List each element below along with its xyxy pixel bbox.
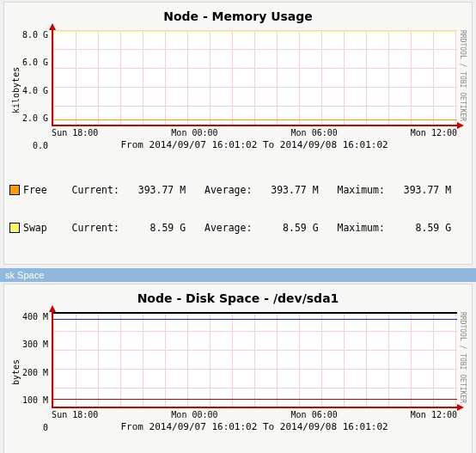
- stat-label: Maximum:: [337, 221, 384, 235]
- series-swap-line: [53, 31, 457, 32]
- swatch-icon: [9, 223, 20, 233]
- chart-title: Node - Disk Space - /dev/sda1: [9, 291, 467, 305]
- plot-region: [52, 30, 457, 126]
- legend: Free Current: 393.77 M Average: 393.77 M…: [9, 159, 467, 259]
- time-range: From 2014/09/07 16:01:02 To 2014/09/08 1…: [52, 139, 457, 150]
- chart-title: Node - Memory Usage: [9, 9, 467, 23]
- ytick: 2.0 G: [22, 113, 48, 123]
- legend-label: Swap: [23, 221, 47, 235]
- series-free-line: [53, 119, 457, 120]
- stat-value: 393.77 M: [138, 183, 186, 197]
- xtick: Sun 18:00: [52, 410, 98, 419]
- section-header: sk Space: [0, 268, 476, 282]
- disk-space-panel: Node - Disk Space - /dev/sda1 bytes 400 …: [3, 284, 473, 453]
- xtick: Sun 18:00: [52, 128, 98, 138]
- x-axis-arrow-icon: [457, 404, 464, 411]
- xtick: Mon 00:00: [171, 410, 217, 419]
- y-axis-arrow-icon: [49, 305, 56, 312]
- rrdtool-watermark: RRDTOOL / TOBI OETIKER: [457, 30, 467, 150]
- ytick: 100 M: [22, 395, 48, 405]
- time-range: From 2014/09/07 16:01:02 To 2014/09/08 1…: [52, 421, 457, 432]
- x-axis-ticks: Sun 18:00 Mon 00:00 Mon 06:00 Mon 12:00: [52, 126, 457, 138]
- memory-usage-panel: Node - Memory Usage kilobytes 8.0 G 6.0 …: [3, 2, 473, 265]
- stat-label: Current:: [71, 183, 119, 197]
- legend-row-free: Free Current: 393.77 M Average: 393.77 M…: [9, 183, 467, 197]
- xtick: Mon 06:00: [291, 410, 338, 419]
- y-axis-ticks: 400 M 300 M 200 M 100 M 0: [22, 312, 52, 432]
- ytick: 6.0 G: [22, 58, 48, 67]
- rrdtool-watermark: RRDTOOL / TOBI OETIKER: [457, 312, 467, 432]
- legend-label: Free: [23, 183, 47, 197]
- stat-value: 393.77 M: [404, 183, 451, 197]
- plot-region: [52, 312, 457, 408]
- stat-label: Current:: [71, 221, 119, 235]
- series-total-line: [53, 312, 457, 314]
- stat-label: Average:: [204, 221, 252, 235]
- xtick: Mon 12:00: [411, 128, 457, 138]
- ytick: 200 M: [22, 368, 48, 377]
- ytick: 300 M: [22, 340, 48, 349]
- ytick: 8.0 G: [22, 30, 48, 40]
- ytick: 0: [22, 423, 48, 432]
- series-used-line: [53, 399, 457, 400]
- y-axis-label: bytes: [9, 312, 22, 432]
- y-axis-arrow-icon: [49, 23, 56, 30]
- stat-value: 393.77 M: [271, 183, 318, 197]
- series-available-line: [53, 319, 457, 320]
- xtick: Mon 06:00: [291, 128, 338, 138]
- legend: Used Current: 32.98 M Average: 32.98 M A…: [9, 441, 467, 453]
- y-axis-ticks: 8.0 G 6.0 G 4.0 G 2.0 G 0.0: [22, 30, 52, 150]
- stat-value: 8.59 G: [150, 221, 186, 235]
- stat-value: 8.59 G: [283, 221, 319, 235]
- ytick: 400 M: [22, 312, 48, 321]
- stat-label: Average:: [204, 183, 252, 197]
- stat-label: Maximum:: [337, 183, 384, 197]
- x-axis-arrow-icon: [457, 122, 464, 129]
- chart-area: kilobytes 8.0 G 6.0 G 4.0 G 2.0 G 0.0 Su…: [9, 30, 467, 150]
- ytick: 4.0 G: [22, 86, 48, 95]
- x-axis-ticks: Sun 18:00 Mon 00:00 Mon 06:00 Mon 12:00: [52, 408, 457, 419]
- legend-row-swap: Swap Current: 8.59 G Average: 8.59 G Max…: [9, 221, 467, 235]
- ytick: 0.0: [22, 141, 48, 150]
- y-axis-label: kilobytes: [9, 30, 22, 150]
- swatch-icon: [9, 185, 20, 195]
- xtick: Mon 12:00: [411, 410, 457, 419]
- chart-area: bytes 400 M 300 M 200 M 100 M 0 Sun 18:0…: [9, 312, 467, 432]
- xtick: Mon 00:00: [171, 128, 217, 138]
- stat-value: 8.59 G: [416, 221, 452, 235]
